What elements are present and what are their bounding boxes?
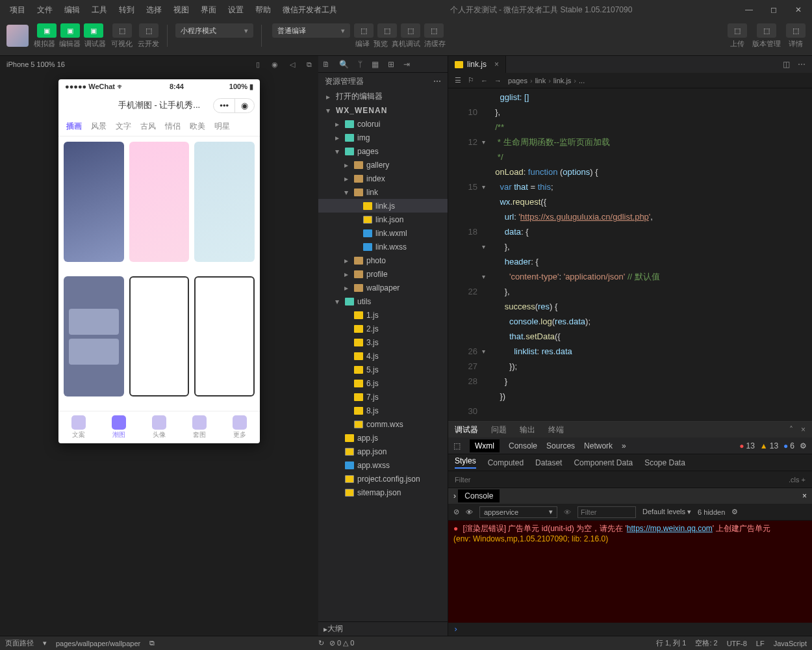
menu-item[interactable]: 微信开发者工具: [278, 3, 342, 18]
page-path[interactable]: pages/wallpaper/wallpaper: [56, 640, 140, 647]
toolbar-button[interactable]: ⬚: [786, 23, 806, 38]
add-icon[interactable]: +: [802, 476, 806, 484]
menu-item[interactable]: 视图: [169, 3, 194, 18]
category-tab[interactable]: 情侣: [165, 121, 181, 132]
tree-item[interactable]: ▾pages: [318, 144, 448, 158]
menu-item[interactable]: 项目: [5, 3, 30, 18]
tree-item[interactable]: app.wxss: [318, 458, 448, 472]
tree-item[interactable]: link.wxml: [318, 226, 448, 240]
status-item[interactable]: JavaScript: [774, 640, 807, 647]
copy-icon[interactable]: ⧉: [149, 639, 155, 647]
visibility-icon[interactable]: 👁: [564, 508, 571, 516]
more-icon[interactable]: »: [622, 441, 626, 450]
toolbar-button[interactable]: ⬚: [112, 23, 132, 38]
menu-item[interactable]: 编辑: [60, 3, 84, 18]
page-path-label[interactable]: 页面路径: [5, 638, 34, 648]
sim-tool-icon[interactable]: ◉: [272, 60, 278, 69]
tree-item[interactable]: ▸index: [318, 172, 448, 185]
toolbar-button[interactable]: ⬚: [728, 23, 747, 38]
wallpaper-card[interactable]: [64, 276, 124, 396]
capsule-button[interactable]: •••◉: [213, 98, 255, 113]
toolbar-button[interactable]: ▣: [37, 23, 57, 38]
code-editor[interactable]: 10 12▾ 15▾ 18 ▾ ▾22 26▾2728 30 gglist: […: [448, 88, 812, 421]
devtools-tab[interactable]: 调试器: [455, 424, 478, 436]
split-icon[interactable]: ◫: [783, 60, 790, 69]
tree-item[interactable]: app.js: [318, 431, 448, 445]
tree-item[interactable]: 1.js: [318, 308, 448, 322]
styles-filter[interactable]: Filter: [455, 476, 470, 484]
nav-item[interactable]: 套图: [192, 415, 207, 439]
outline-section[interactable]: 大纲: [327, 623, 343, 634]
console-filter[interactable]: [577, 506, 636, 518]
more-icon[interactable]: ⋯: [798, 60, 806, 69]
devtools-tool-tab[interactable]: Console: [509, 441, 537, 450]
tree-item[interactable]: 8.js: [318, 404, 448, 417]
category-tab[interactable]: 古风: [140, 121, 156, 132]
sim-tool-icon[interactable]: ⧉: [307, 60, 312, 69]
tree-item[interactable]: 4.js: [318, 349, 448, 363]
tree-item[interactable]: ▾utils: [318, 294, 448, 308]
devtools-tool-tab[interactable]: Sources: [546, 441, 575, 450]
category-tab[interactable]: 明星: [214, 121, 230, 132]
back-icon[interactable]: ←: [481, 77, 488, 84]
search-icon[interactable]: 🔍: [339, 60, 349, 69]
device-label[interactable]: iPhone 5 100% 16: [6, 60, 65, 68]
inspect-icon[interactable]: ⬚: [453, 441, 461, 450]
tree-item[interactable]: comm.wxs: [318, 417, 448, 431]
settings-icon[interactable]: ⚙: [731, 508, 738, 516]
close-button[interactable]: ✕: [790, 5, 807, 14]
wallpaper-card[interactable]: [129, 276, 190, 396]
wallpaper-card[interactable]: [64, 142, 124, 262]
menu-item[interactable]: 转到: [114, 3, 139, 18]
tree-item[interactable]: 6.js: [318, 376, 448, 390]
tree-item[interactable]: ▾link: [318, 185, 448, 199]
toolbar-button[interactable]: ⬚: [139, 23, 159, 38]
eye-icon[interactable]: 👁: [466, 508, 473, 516]
close-icon[interactable]: ×: [801, 425, 806, 434]
tree-item[interactable]: link.wxss: [318, 240, 448, 254]
menu-item[interactable]: 帮助: [251, 3, 275, 18]
more-icon[interactable]: ⋯: [433, 77, 441, 86]
styles-tab[interactable]: Scope Data: [644, 458, 685, 467]
devtools-tool-tab[interactable]: Network: [584, 441, 613, 450]
nav-item[interactable]: 更多: [233, 415, 247, 439]
tree-item[interactable]: ▸profile: [318, 267, 448, 281]
menu-item[interactable]: 文件: [32, 3, 57, 18]
tree-item[interactable]: ▸wallpaper: [318, 281, 448, 294]
toolbar-button[interactable]: ⬚: [401, 23, 420, 38]
devtools-tab[interactable]: 问题: [491, 424, 507, 436]
forward-icon[interactable]: →: [494, 77, 501, 84]
hidden-count[interactable]: 6 hidden: [698, 508, 725, 516]
category-tab[interactable]: 风景: [91, 121, 107, 132]
menu-item[interactable]: 选择: [142, 3, 166, 18]
status-item[interactable]: 行 1, 列 1: [656, 638, 686, 648]
styles-tab[interactable]: Styles: [455, 456, 476, 469]
tree-item[interactable]: project.config.json: [318, 472, 448, 486]
sim-tool-icon[interactable]: ◁: [290, 60, 295, 69]
settings-icon[interactable]: ⚙: [800, 441, 807, 450]
styles-tab[interactable]: Computed: [488, 458, 524, 467]
devtools-tab[interactable]: 输出: [520, 424, 535, 436]
category-tab[interactable]: 文字: [116, 121, 131, 132]
toolbar-button[interactable]: ⬚: [424, 23, 444, 38]
tree-item[interactable]: 7.js: [318, 390, 448, 404]
wallpaper-card[interactable]: [194, 142, 255, 262]
nav-item[interactable]: 文案: [71, 415, 86, 439]
levels-select[interactable]: Default levels ▾: [642, 508, 691, 516]
devtools-tab[interactable]: 终端: [548, 424, 564, 436]
plugin-icon[interactable]: ⇥: [403, 60, 410, 69]
mode-combo[interactable]: 小程序模式▾: [175, 23, 253, 38]
bookmark-icon[interactable]: ⚐: [468, 76, 474, 84]
extension-icon[interactable]: ⊞: [388, 60, 394, 69]
tree-item[interactable]: ▸img: [318, 131, 448, 144]
styles-tab[interactable]: Dataset: [535, 458, 562, 467]
list-icon[interactable]: ☰: [455, 76, 461, 84]
files-icon[interactable]: 🗎: [322, 60, 330, 69]
wallpaper-card[interactable]: [129, 142, 190, 262]
status-item[interactable]: LF: [756, 640, 765, 647]
toolbar-button[interactable]: ⬚: [757, 23, 776, 38]
tree-item[interactable]: ▸photo: [318, 254, 448, 267]
tree-item[interactable]: ▸gallery: [318, 158, 448, 172]
editor-tab[interactable]: link.js×: [448, 56, 506, 73]
refresh-icon[interactable]: ↻: [318, 639, 324, 647]
